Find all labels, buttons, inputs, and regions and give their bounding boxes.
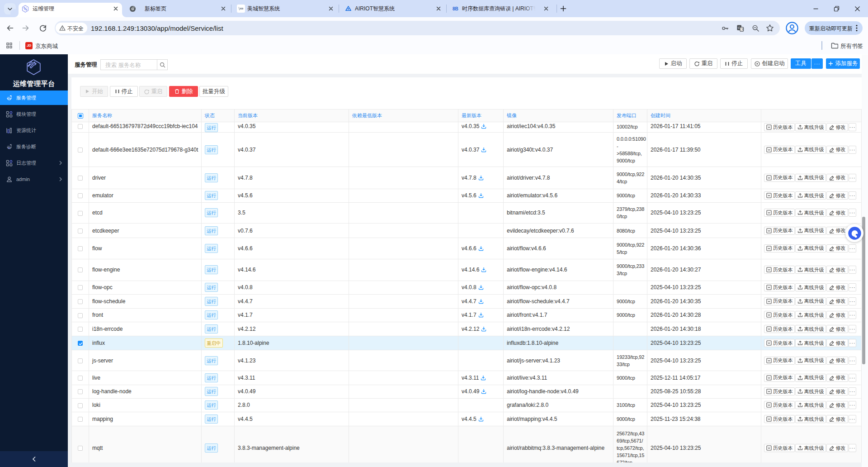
svg-text:文: 文 — [741, 28, 744, 31]
